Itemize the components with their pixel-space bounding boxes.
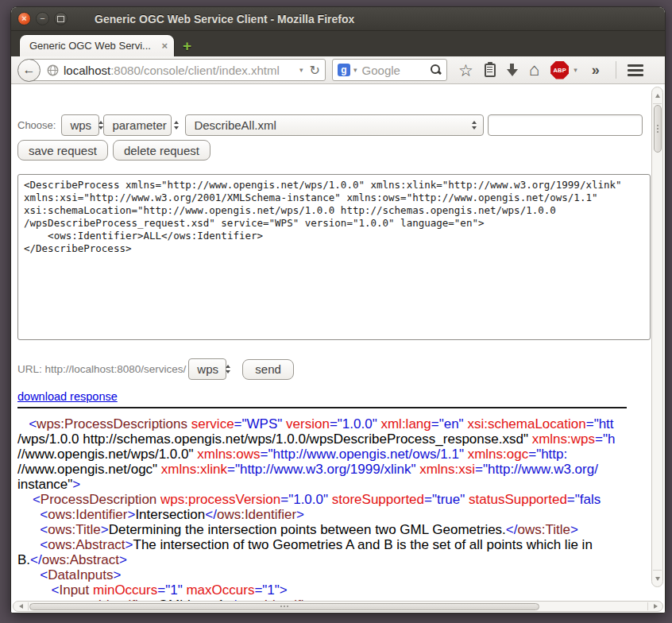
response-divider <box>17 407 627 408</box>
navigation-toolbar: ← localhost:8080/console/client/index.xh… <box>11 56 665 84</box>
send-button[interactable]: send <box>242 359 294 380</box>
choose-label: Choose: <box>17 119 56 131</box>
service-url-label: URL: http://localhost:8080/services/ <box>17 363 186 375</box>
overflow-chevron-icon[interactable]: » <box>592 62 600 79</box>
adblock-plus-icon[interactable]: ABP <box>550 61 569 79</box>
tab-generic-ogc-client[interactable]: Generic OGC Web Servi... × <box>19 34 175 56</box>
abp-dropdown-caret-icon[interactable]: ▾ <box>574 66 577 74</box>
service-select[interactable]: wps <box>61 114 99 136</box>
horizontal-scrollbar-thumb[interactable] <box>29 603 539 610</box>
url-dropdown-caret-icon[interactable]: ▾ <box>299 66 303 74</box>
request-xml-editor[interactable]: <DescribeProcess xmlns="http://www.openg… <box>17 174 651 340</box>
scroll-left-arrow-icon[interactable] <box>14 602 29 610</box>
stepper-icon <box>167 121 179 130</box>
window-minimize-button[interactable]: − <box>36 12 49 25</box>
bookmarks-menu-icon[interactable] <box>485 64 496 77</box>
choose-row: Choose: wps parameter DescribeAll.xml <box>17 114 643 136</box>
close-icon: × <box>21 14 26 23</box>
save-request-button[interactable]: save request <box>17 140 108 161</box>
stepper-icon <box>91 121 103 130</box>
window-close-button[interactable]: × <box>17 12 31 25</box>
request-name-input[interactable] <box>488 114 643 136</box>
send-service-select[interactable]: wps <box>188 358 226 380</box>
maximize-icon <box>57 16 64 22</box>
url-path: :8080/console/client/index.xhtml <box>110 64 296 77</box>
toolbar-separator <box>616 61 616 79</box>
toolbar-icons: ☆ ⌂ ABP ▾ » <box>458 61 643 79</box>
firefox-window: × − Generic OGC Web Service Client - Moz… <box>10 6 666 613</box>
google-favicon: g <box>338 64 350 76</box>
tab-label: Generic OGC Web Servi... <box>29 40 156 52</box>
request-file-select[interactable]: DescribeAll.xml <box>185 114 484 136</box>
scroll-right-arrow-icon[interactable] <box>647 602 662 610</box>
search-icon[interactable] <box>431 64 442 75</box>
vertical-scrollbar[interactable] <box>651 87 663 587</box>
url-host: localhost <box>64 64 110 77</box>
window-maximize-button[interactable] <box>54 12 68 25</box>
scroll-up-arrow-icon[interactable] <box>653 87 662 104</box>
download-response-link[interactable]: download response <box>17 390 118 403</box>
new-tab-button[interactable]: + <box>183 38 191 53</box>
search-engine-caret-icon[interactable]: ▾ <box>353 66 357 74</box>
reload-icon[interactable]: ↻ <box>310 63 320 78</box>
home-icon[interactable]: ⌂ <box>529 62 539 78</box>
response-xml: <wps:ProcessDescriptions service="WPS" v… <box>17 416 657 613</box>
category-select[interactable]: parameter <box>103 114 172 136</box>
new-tab-icon: + <box>183 37 191 54</box>
bookmark-star-icon[interactable]: ☆ <box>458 62 473 79</box>
globe-icon <box>47 64 59 76</box>
downloads-icon[interactable] <box>507 64 518 76</box>
tab-bar: Generic OGC Web Servi... × + <box>11 31 665 56</box>
scroll-down-arrow-icon[interactable] <box>653 570 662 586</box>
page-content: Choose: wps parameter DescribeAll.xml <box>11 84 665 613</box>
horizontal-scrollbar[interactable] <box>13 601 663 612</box>
stepper-icon <box>465 121 477 130</box>
request-buttons-row: save request delete request <box>17 140 643 161</box>
stepper-icon <box>218 365 230 373</box>
window-title: Generic OGC Web Service Client - Mozilla… <box>95 13 354 25</box>
search-box[interactable]: g ▾ Google <box>332 59 447 81</box>
back-icon: ← <box>23 63 36 77</box>
search-input[interactable]: Google <box>362 64 431 77</box>
send-row: URL: http://localhost:8080/services/ wps… <box>17 358 643 380</box>
minimize-icon: − <box>40 14 44 23</box>
vertical-scrollbar-thumb[interactable] <box>654 105 662 153</box>
back-button[interactable]: ← <box>17 59 41 82</box>
menu-hamburger-icon[interactable] <box>628 62 643 79</box>
delete-request-button[interactable]: delete request <box>113 140 210 161</box>
url-bar[interactable]: localhost:8080/console/client/index.xhtm… <box>29 59 326 81</box>
titlebar[interactable]: × − Generic OGC Web Service Client - Moz… <box>11 7 665 31</box>
tab-close-icon[interactable]: × <box>161 40 168 52</box>
